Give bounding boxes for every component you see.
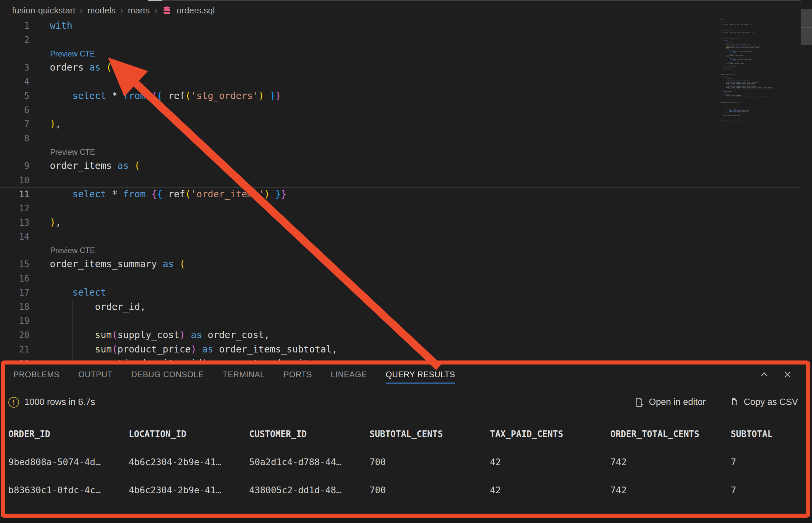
code-editor[interactable]: 1with2Preview CTE3orders as (45 select *… <box>0 19 801 371</box>
line-number: 5 <box>0 89 30 103</box>
breadcrumb-item-project[interactable]: fusion-quickstart <box>12 5 75 16</box>
table-row[interactable]: b83630c1-0fdc-4c…4b6c2304-2b9e-41…438005… <box>5 476 806 504</box>
column-header: SUBTOTAL <box>731 429 806 439</box>
code-line[interactable]: 10 <box>0 173 801 187</box>
table-row[interactable]: 9bed808a-5074-4d…4b6c2304-2b9e-41…50a2d1… <box>5 448 806 476</box>
panel-tab-bar: PROBLEMSOUTPUTDEBUG CONSOLETERMINALPORTS… <box>5 364 806 384</box>
code-line[interactable]: 7), <box>0 117 801 131</box>
code-line[interactable]: 20 sum(supply_cost) as order_cost, <box>0 328 801 342</box>
line-number: 1 <box>0 19 30 33</box>
tab-problems[interactable]: PROBLEMS <box>13 364 59 384</box>
code-line[interactable]: 18 order_id, <box>0 300 801 314</box>
line-text: with <box>50 19 72 33</box>
code-line[interactable]: 19 <box>0 314 801 328</box>
tab-debug-console[interactable]: DEBUG CONSOLE <box>131 364 204 384</box>
cell: 700 <box>369 457 490 467</box>
results-toolbar: ! 1000 rows in 6.7s Open in editor Copy … <box>5 384 806 420</box>
cell: 742 <box>610 485 731 495</box>
code-line[interactable]: 2 <box>0 33 801 47</box>
tab-ports[interactable]: PORTS <box>284 364 312 384</box>
minimap-slider-edge <box>801 27 812 28</box>
code-line[interactable]: 11 select * from {{ ref('order_items') }… <box>0 187 801 201</box>
breadcrumb-item-models[interactable]: models <box>88 5 116 16</box>
codelens-preview-cte[interactable]: Preview CTE <box>50 244 801 257</box>
chevron-up-icon[interactable] <box>759 369 769 380</box>
code-line[interactable]: 9order_items as ( <box>0 159 801 173</box>
tab-query-results[interactable]: QUERY RESULTS <box>385 364 455 384</box>
minimap[interactable]: with orders as ( select * from {{ ref('s… <box>720 19 801 126</box>
line-number: 21 <box>0 342 30 357</box>
table-row[interactable]: 3b4a03db-7b23-46…4b6c2304-2b9e-41…526126… <box>5 504 806 518</box>
copy-as-csv-button[interactable]: Copy as CSV <box>729 397 798 407</box>
code-line[interactable]: 8 <box>0 131 801 145</box>
codelens-preview-cte[interactable]: Preview CTE <box>50 47 801 60</box>
column-header: TAX_PAID_CENTS <box>490 429 610 439</box>
warning-icon: ! <box>8 397 19 408</box>
line-number: 18 <box>0 300 30 314</box>
query-status: ! 1000 rows in 6.7s <box>8 397 95 408</box>
tab-output[interactable]: OUTPUT <box>78 364 112 384</box>
line-number: 11 <box>0 187 30 201</box>
code-line[interactable]: 21 sum(product_price) as order_items_sub… <box>0 342 801 357</box>
indent-guide <box>72 300 73 314</box>
code-line[interactable]: 15order_items_summary as ( <box>0 257 801 271</box>
open-in-editor-button[interactable]: Open in editor <box>634 397 706 407</box>
line-text: sum(supply_cost) as order_cost, <box>50 328 270 342</box>
code-line[interactable]: 16 <box>0 272 801 286</box>
code-line[interactable]: 14 <box>0 230 801 244</box>
line-number: 4 <box>0 75 30 89</box>
indent-guide <box>50 201 50 215</box>
line-text: order_items_summary as ( <box>50 257 185 271</box>
column-header: SUBTOTAL_CENTS <box>369 429 490 439</box>
table-header-row: ORDER_IDLOCATION_IDCUSTOMER_IDSUBTOTAL_C… <box>5 420 806 448</box>
codelens-preview-cte[interactable]: Preview CTE <box>50 145 801 159</box>
breadcrumb-file-name[interactable]: orders.sql <box>177 5 215 16</box>
cell: 438005c2-dd1d-48… <box>249 485 369 495</box>
scrollbar-thumb[interactable] <box>801 10 812 45</box>
tab-lineage[interactable]: LINEAGE <box>331 364 367 384</box>
cell: b83630c1-0fdc-4c… <box>8 485 129 495</box>
code-line[interactable]: 5 select * from {{ ref('stg_orders') }} <box>0 89 801 103</box>
line-text: select * from {{ ref('order_items') }} <box>50 187 287 201</box>
breadcrumb: fusion-quickstart › models › marts › ord… <box>12 4 215 17</box>
cell: 9bed808a-5074-4d… <box>8 457 129 467</box>
breadcrumb-item-marts[interactable]: marts <box>128 5 149 16</box>
copy-icon <box>729 397 739 407</box>
line-number: 13 <box>0 216 30 230</box>
line-text: order_items as ( <box>50 159 140 173</box>
indent-guide <box>50 75 50 89</box>
code-line[interactable]: 17 select <box>0 286 801 300</box>
tab-terminal[interactable]: TERMINAL <box>223 364 265 384</box>
code-line[interactable]: 1with <box>0 19 801 33</box>
line-number: 8 <box>0 131 30 145</box>
code-line[interactable]: 13), <box>0 216 801 230</box>
line-number: 6 <box>0 103 30 117</box>
indent-guide <box>50 328 50 342</box>
cell: 742 <box>610 513 731 518</box>
indent-guide <box>50 300 50 314</box>
code-line[interactable]: 6 <box>0 103 801 117</box>
code-line[interactable]: 3orders as ( <box>0 60 801 75</box>
line-number: 20 <box>0 328 30 342</box>
line-number: 15 <box>0 257 30 271</box>
code-line[interactable]: 4 <box>0 75 801 89</box>
column-header: LOCATION_ID <box>129 429 249 439</box>
cell: 3b4a03db-7b23-46… <box>8 513 129 518</box>
line-text: sum(product_price) as order_items_subtot… <box>50 342 338 357</box>
line-text: select * from {{ ref('stg_orders') }} <box>50 89 281 103</box>
line-number: 7 <box>0 117 30 131</box>
code-line[interactable]: 12 <box>0 201 801 215</box>
indent-guide <box>72 328 73 342</box>
indent-guide <box>50 103 50 117</box>
indent-guide <box>72 342 73 357</box>
query-results-panel: PROBLEMSOUTPUTDEBUG CONSOLETERMINALPORTS… <box>1 360 810 518</box>
window-top-border <box>162 0 812 1</box>
editor-scrollbar[interactable] <box>801 0 812 360</box>
cell: 50a2d1c4-d788-44… <box>249 457 369 467</box>
line-text: orders as ( <box>50 60 112 75</box>
line-text: order_id, <box>50 300 146 314</box>
close-icon[interactable] <box>782 369 793 380</box>
indent-guide <box>50 89 50 103</box>
line-number: 9 <box>0 159 30 173</box>
cell: 4b6c2304-2b9e-41… <box>129 485 249 495</box>
